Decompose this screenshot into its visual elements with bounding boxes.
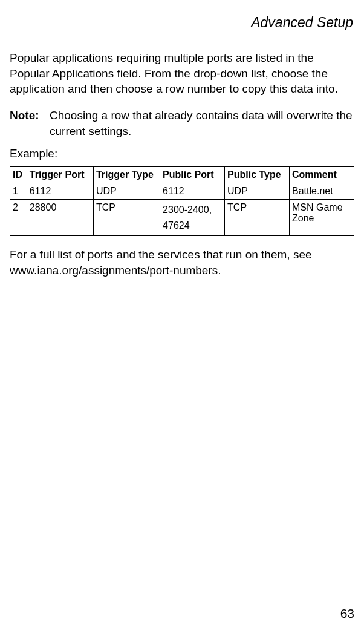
col-header-trigger-type: Trigger Type	[93, 167, 160, 183]
section-header: Advanced Setup	[10, 15, 353, 31]
table-row: 2 28800 TCP 2300-2400, 47624 TCP MSN Gam…	[10, 200, 354, 236]
col-header-public-port: Public Port	[160, 167, 225, 183]
col-header-comment: Comment	[290, 167, 354, 183]
col-header-public-type: Public Type	[225, 167, 290, 183]
cell-id: 1	[10, 183, 27, 200]
cell-public-port: 2300-2400, 47624	[160, 200, 225, 236]
section-title: Advanced Setup	[251, 15, 353, 30]
table-header-row: ID Trigger Port Trigger Type Public Port…	[10, 167, 354, 183]
cell-trigger-type: UDP	[93, 183, 160, 200]
note-text: Choosing a row that already contains dat…	[50, 108, 354, 139]
cell-trigger-port: 28800	[27, 200, 93, 236]
outro-paragraph: For a full list of ports and the service…	[10, 247, 354, 278]
col-header-id: ID	[10, 167, 27, 183]
col-header-trigger-port: Trigger Port	[27, 167, 93, 183]
note-block: Note: Choosing a row that already contai…	[10, 108, 354, 139]
ports-table: ID Trigger Port Trigger Type Public Port…	[10, 166, 354, 236]
cell-trigger-type: TCP	[93, 200, 160, 236]
page-number: 63	[340, 606, 354, 621]
cell-trigger-port: 6112	[27, 183, 93, 200]
cell-id: 2	[10, 200, 27, 236]
note-label: Note:	[10, 108, 50, 139]
intro-paragraph: Popular applications requiring multiple …	[10, 50, 354, 97]
cell-public-type: UDP	[225, 183, 290, 200]
cell-comment: Battle.net	[290, 183, 354, 200]
cell-public-port: 6112	[160, 183, 225, 200]
cell-public-type: TCP	[225, 200, 290, 236]
table-row: 1 6112 UDP 6112 UDP Battle.net	[10, 183, 354, 200]
example-label: Example:	[10, 147, 354, 160]
cell-comment: MSN Game Zone	[290, 200, 354, 236]
